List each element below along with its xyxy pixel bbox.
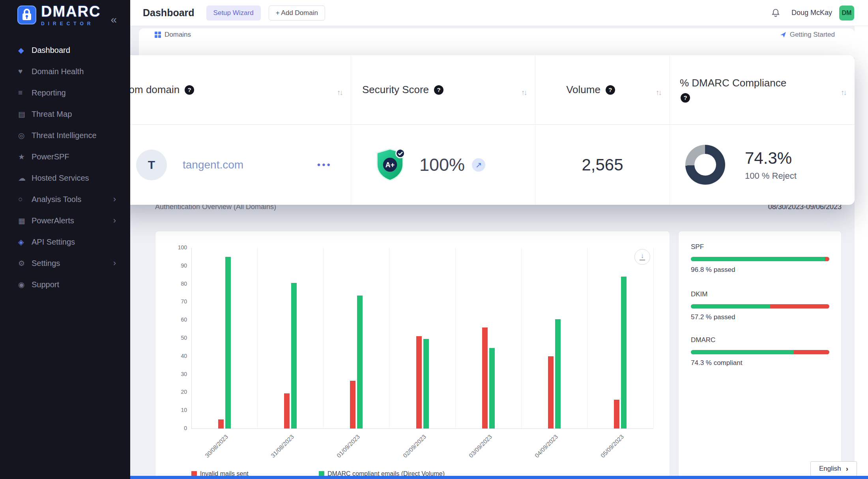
dmarc-summary: DMARC 74.3 % compliant: [691, 336, 829, 367]
sidebar-nav: ◆ Dashboard ♥ Domain Health ≡ Reporting …: [0, 39, 130, 295]
dmarc-passed-segment: [691, 350, 794, 354]
compliance-percent: 74.3%: [745, 149, 797, 168]
domains-section-label: Domains: [155, 31, 191, 39]
sidebar-item-threat-map[interactable]: ▤ Threat Map: [0, 103, 130, 125]
chevron-right-icon: ›: [846, 464, 848, 473]
user-name: Doug McKay: [791, 9, 832, 17]
volume-value: 2,565: [582, 155, 623, 174]
column-header-dmarc-compliance: % DMARC Compliance ? ↑↓: [670, 55, 855, 125]
chart-y-axis: 1009080706050403020100: [162, 248, 187, 428]
chart-plot-area: 30/08/202331/08/202301/09/202302/09/2023…: [191, 248, 653, 429]
app-logo: DMARC DIRECTOR «: [0, 0, 130, 28]
cell-volume: 2,565: [535, 125, 670, 205]
hosted-services-icon: ☁: [18, 174, 32, 183]
sidebar-item-settings[interactable]: ⚙ Settings ›: [0, 253, 130, 274]
chart-bar: [489, 348, 495, 428]
domain-avatar: T: [136, 150, 167, 180]
sort-icon[interactable]: ↑↓: [841, 88, 846, 97]
logo-subtitle: DIRECTOR: [41, 21, 101, 26]
sidebar-item-dashboard[interactable]: ◆ Dashboard: [0, 39, 130, 61]
sidebar-item-analysis-tools[interactable]: ○ Analysis Tools ›: [0, 189, 130, 210]
sidebar-item-powerspf[interactable]: ★ PowerSPF: [0, 146, 130, 167]
getting-started-link[interactable]: Getting Started: [780, 31, 835, 39]
row-menu-button[interactable]: •••: [317, 159, 332, 170]
domain-table-card: From domain ? ↑↓ Security Score ? ↑↓ Vol…: [111, 55, 855, 205]
setup-wizard-button[interactable]: Setup Wizard: [206, 6, 261, 21]
bell-icon[interactable]: [770, 7, 781, 19]
user-avatar[interactable]: DM: [839, 6, 854, 21]
sidebar-item-api-settings[interactable]: ◈ API Settings: [0, 231, 130, 253]
chart-bar: [614, 400, 619, 428]
topbar: Dashboard Setup Wizard + Add Domain Doug…: [130, 0, 868, 26]
score-shield-icon: A+: [375, 148, 405, 181]
sidebar-item-reporting[interactable]: ≡ Reporting: [0, 82, 130, 103]
sidebar-collapse-button[interactable]: «: [110, 13, 117, 26]
security-score-value: 100%: [419, 155, 465, 175]
chart-bar: [555, 319, 561, 428]
column-header-volume: Volume ? ↑↓: [535, 55, 670, 125]
chart-bar: [423, 339, 429, 428]
chart-bar: [284, 393, 290, 428]
sidebar-item-poweralerts[interactable]: ▦ PowerAlerts ›: [0, 210, 130, 231]
chart-bar: [548, 356, 554, 428]
compliance-note: 100 % Reject: [745, 171, 797, 181]
chart-bar: [482, 327, 488, 428]
column-header-security-score: Security Score ? ↑↓: [351, 55, 535, 125]
chart-bar: [291, 283, 297, 428]
dkim-summary: DKIM 57.2 % passed: [691, 290, 829, 321]
rocket-icon: [780, 31, 787, 38]
column-header-from-domain: From domain ? ↑↓: [111, 55, 351, 125]
dkim-progress-bar: [691, 304, 829, 309]
logo-title: DMARC: [41, 4, 101, 19]
sidebar: DMARC DIRECTOR « ◆ Dashboard ♥ Domain He…: [0, 0, 130, 479]
chart-x-label: 03/09/2023: [458, 433, 493, 469]
domain-link[interactable]: tangent.com: [183, 159, 243, 171]
bottom-accent-bar: [130, 476, 868, 479]
chart-bar: [225, 257, 231, 428]
spf-summary: SPF 96.8 % passed: [691, 243, 829, 274]
page-title: Dashboard: [143, 7, 195, 19]
sort-icon[interactable]: ↑↓: [656, 88, 661, 97]
help-icon[interactable]: ?: [681, 93, 690, 103]
api-settings-icon: ◈: [18, 238, 32, 247]
analysis-tools-icon: ○: [18, 195, 32, 204]
sidebar-item-support[interactable]: ◉ Support: [0, 274, 130, 295]
dashboard-icon: ◆: [18, 46, 32, 55]
help-icon[interactable]: ?: [185, 85, 194, 95]
chart-bar: [357, 296, 363, 428]
chart-bar: [416, 336, 422, 428]
chevron-right-icon: ›: [113, 194, 116, 204]
help-icon[interactable]: ?: [606, 85, 615, 95]
score-trend-button[interactable]: ↗: [472, 158, 485, 172]
auth-summary-panel: SPF 96.8 % passed DKIM 57.2 % passed DMA…: [678, 231, 842, 477]
chart-bar: [621, 277, 627, 428]
spf-passed-segment: [691, 257, 825, 261]
spf-progress-bar: [691, 257, 829, 261]
domain-health-icon: ♥: [18, 67, 32, 76]
chart-bar: [350, 381, 355, 428]
scrollbar-gutter: [855, 26, 868, 479]
spf-failed-segment: [825, 257, 829, 261]
gear-icon: ⚙: [18, 259, 32, 268]
threat-map-icon: ▤: [18, 110, 32, 119]
language-selector[interactable]: English ›: [810, 461, 857, 476]
threat-intelligence-icon: ◎: [18, 131, 32, 140]
chevron-right-icon: ›: [113, 258, 116, 268]
dkim-failed-segment: [770, 304, 829, 309]
cell-dmarc-compliance: 74.3% 100 % Reject: [670, 125, 855, 205]
compliance-donut: [685, 145, 725, 185]
cell-from-domain: T tangent.com •••: [111, 125, 351, 205]
score-grade: A+: [385, 161, 395, 169]
sidebar-item-hosted-services[interactable]: ☁ Hosted Services: [0, 167, 130, 189]
add-domain-button[interactable]: + Add Domain: [269, 6, 325, 21]
sort-icon[interactable]: ↑↓: [337, 88, 342, 97]
app-root: DMARC DIRECTOR « ◆ Dashboard ♥ Domain He…: [0, 0, 868, 479]
dmarc-progress-bar: [691, 350, 829, 354]
help-icon[interactable]: ?: [434, 85, 443, 95]
powerspf-icon: ★: [18, 152, 32, 161]
sort-icon[interactable]: ↑↓: [521, 88, 526, 97]
reporting-icon: ≡: [18, 88, 32, 97]
sidebar-item-domain-health[interactable]: ♥ Domain Health: [0, 61, 130, 82]
sidebar-item-threat-intelligence[interactable]: ◎ Threat Intelligence: [0, 125, 130, 146]
cell-security-score: A+ 100% ↗: [351, 125, 535, 205]
